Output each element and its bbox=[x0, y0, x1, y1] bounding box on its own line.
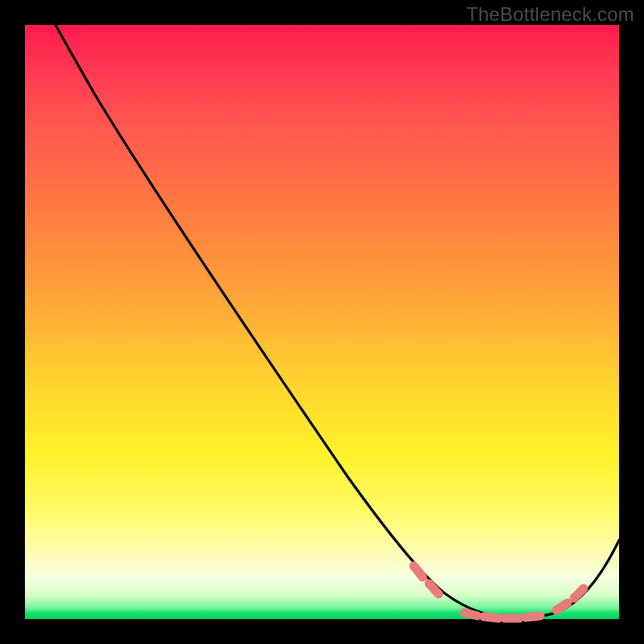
chart-frame: TheBottleneck.com bbox=[0, 0, 644, 644]
svg-line-0 bbox=[414, 566, 423, 577]
watermark-text: TheBottleneck.com bbox=[466, 3, 634, 26]
plot-area bbox=[25, 25, 619, 619]
svg-line-5 bbox=[526, 616, 540, 617]
svg-line-2 bbox=[464, 613, 477, 616]
svg-line-3 bbox=[484, 617, 498, 618]
bottleneck-curve bbox=[25, 25, 619, 619]
highlight-markers bbox=[414, 566, 584, 618]
svg-line-6 bbox=[556, 603, 568, 610]
curve-path bbox=[56, 25, 619, 618]
